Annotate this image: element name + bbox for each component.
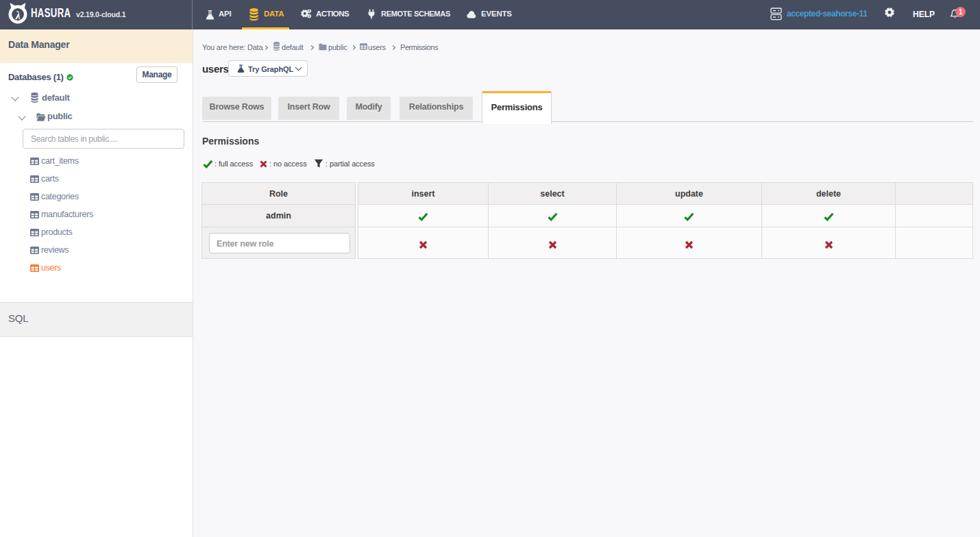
svg-text:λ: λ [15, 10, 21, 21]
